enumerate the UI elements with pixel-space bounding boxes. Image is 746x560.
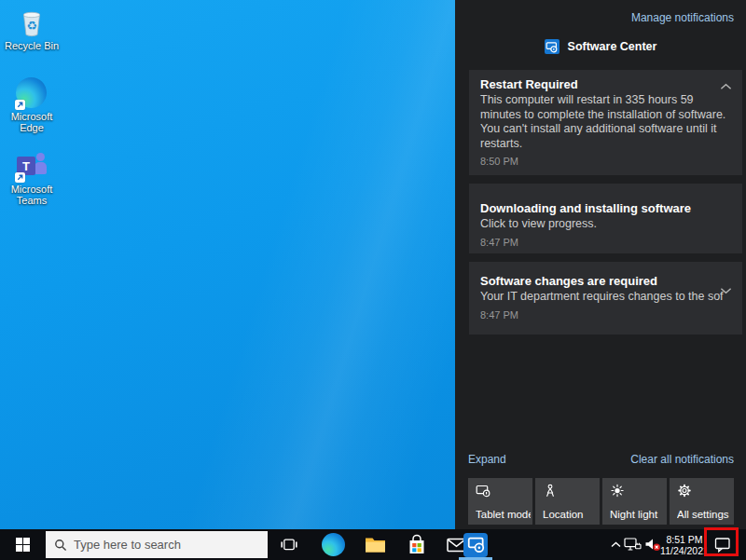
desktop-icon-label: Microsoft Edge [4, 111, 60, 133]
notification-software-changes[interactable]: Software changes are required Your IT de… [469, 262, 742, 335]
desktop-icon-label: Recycle Bin [4, 40, 60, 51]
software-center-icon [545, 39, 560, 54]
shortcut-arrow-icon [15, 100, 25, 110]
tray-date: 11/24/2021 [660, 545, 709, 556]
desktop-icon-microsoft-edge[interactable]: Microsoft Edge [5, 77, 59, 133]
notification-downloading-software[interactable]: Downloading and installing software Clic… [469, 184, 742, 253]
notification-group-header[interactable]: Software Center [455, 39, 746, 54]
quick-action-label: Tablet mode [476, 509, 531, 520]
quick-action-label: Night light [610, 509, 665, 520]
notification-body: Click to view progress. [480, 217, 729, 232]
clear-all-notifications-link[interactable]: Clear all notifications [630, 453, 734, 466]
quick-action-label: All settings [677, 509, 732, 520]
ethernet-network-icon [624, 538, 642, 552]
notification-list: Restart Required This computer will rest… [469, 70, 742, 343]
action-center-icon [714, 537, 731, 553]
notification-title: Downloading and installing software [480, 201, 729, 216]
microsoft-store-icon [407, 534, 427, 555]
notification-restart-required[interactable]: Restart Required This computer will rest… [469, 70, 742, 175]
windows-logo-icon [16, 538, 30, 552]
chevron-up-icon[interactable] [718, 81, 733, 92]
teams-icon: T [16, 150, 48, 182]
action-center-footer: Expand Clear all notifications [468, 453, 734, 466]
tray-clock[interactable]: 8:51 PM 11/24/2021 [663, 529, 706, 560]
notification-title: Software changes are required [480, 274, 737, 289]
desktop-icon-recycle-bin[interactable]: ♻ Recycle Bin [5, 7, 59, 51]
taskbar-file-explorer-button[interactable] [358, 529, 392, 560]
notification-timestamp: 8:50 PM [480, 156, 729, 167]
taskbar-search[interactable] [46, 531, 268, 558]
notification-body: This computer will restart in 335 hours … [480, 93, 729, 151]
night-light-icon [610, 484, 625, 498]
action-center-button[interactable] [707, 529, 739, 560]
tray-show-hidden-icons-button[interactable] [608, 529, 623, 560]
recycle-bin-icon: ♻ [16, 7, 48, 38]
windows-desktop-screen: ♻ Recycle Bin Microsoft Edge T [0, 0, 746, 560]
notification-title: Restart Required [480, 77, 729, 92]
manage-notifications-link[interactable]: Manage notifications [631, 11, 734, 24]
desktop-icon-microsoft-teams[interactable]: T Microsoft Teams [5, 150, 59, 206]
quick-action-location[interactable]: Location [535, 478, 600, 525]
edge-icon [16, 77, 48, 109]
tray-network-button[interactable] [623, 529, 642, 560]
search-input[interactable] [74, 538, 246, 552]
tray-time: 8:51 PM [666, 534, 702, 545]
quick-action-label: Location [543, 509, 598, 520]
quick-action-all-settings[interactable]: All settings [670, 478, 734, 525]
taskbar: 8:51 PM 11/24/2021 [0, 529, 746, 560]
taskbar-edge-button[interactable] [316, 529, 350, 560]
chevron-up-icon [611, 541, 621, 548]
task-view-button[interactable] [272, 529, 306, 560]
task-view-icon [281, 538, 297, 552]
notification-timestamp: 8:47 PM [480, 237, 729, 248]
software-center-icon [463, 533, 488, 557]
start-button[interactable] [0, 529, 45, 560]
taskbar-software-center-button[interactable] [456, 529, 495, 560]
taskbar-microsoft-store-button[interactable] [400, 529, 434, 560]
chevron-down-icon[interactable] [718, 285, 733, 296]
file-explorer-icon [365, 536, 386, 553]
settings-gear-icon [677, 484, 692, 498]
quick-action-tablet-mode[interactable]: Tablet mode [468, 478, 532, 525]
action-center-panel: Manage notifications Software Center Res… [455, 0, 746, 529]
expand-link[interactable]: Expand [468, 453, 506, 466]
speaker-muted-icon [644, 538, 661, 552]
location-icon [543, 484, 558, 498]
search-icon [54, 539, 67, 552]
notification-timestamp: 8:47 PM [480, 309, 737, 321]
desktop-icon-label: Microsoft Teams [4, 184, 60, 206]
edge-icon [322, 533, 345, 556]
notification-body: Your IT department requires changes to t… [480, 290, 737, 305]
svg-text:♻: ♻ [26, 19, 37, 33]
tablet-mode-icon [476, 484, 490, 498]
notification-group-title: Software Center [568, 40, 657, 53]
quick-actions-row: Tablet mode Location [468, 478, 734, 525]
shortcut-arrow-icon [15, 172, 25, 183]
quick-action-night-light[interactable]: Night light [602, 478, 667, 525]
